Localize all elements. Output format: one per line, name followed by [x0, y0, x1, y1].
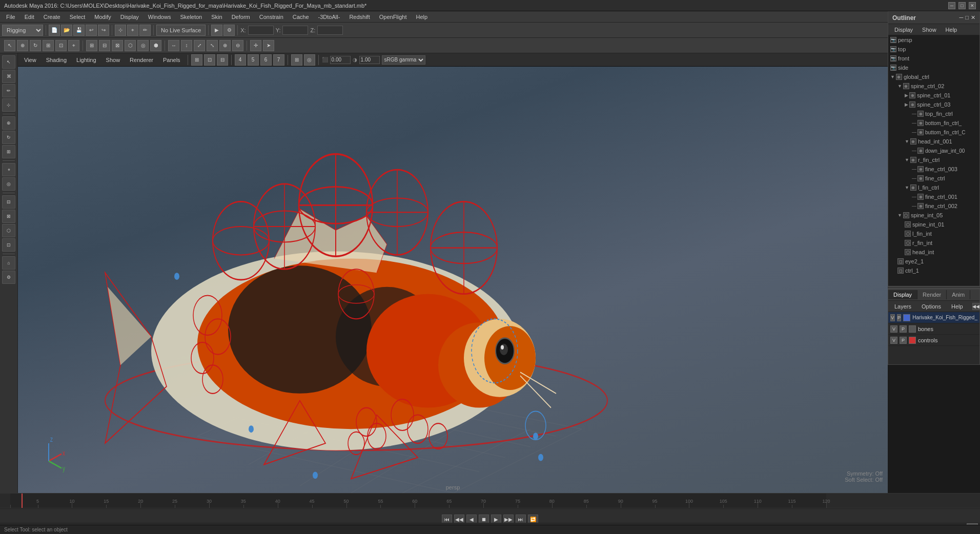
menu-help[interactable]: Help [412, 13, 432, 21]
tool-snap2[interactable]: ⊟ [99, 40, 110, 51]
outliner-item-head-int-001[interactable]: ▼ ⊕ head_int_001 [888, 137, 979, 146]
ipr-btn[interactable]: ⚙ [223, 25, 235, 36]
outliner-item-fine-ctrl[interactable]: — ⊕ fine_ctrl [888, 174, 979, 183]
tool-snap1[interactable]: ⊞ [86, 40, 97, 51]
tool-select[interactable]: ↖ [4, 40, 15, 51]
gamma-dropdown[interactable]: sRGB gamma [382, 55, 425, 65]
tool-box3[interactable]: ⬡ [2, 224, 15, 237]
tool-plus[interactable]: ✛ [250, 40, 261, 51]
tool-arrow[interactable]: ➤ [263, 40, 274, 51]
tool-transform[interactable]: ⊕ [17, 40, 28, 51]
maximize-button[interactable]: □ [958, 2, 966, 9]
outliner-item-front[interactable]: 📷 front [888, 54, 979, 63]
menu-cache[interactable]: Cache [289, 13, 313, 21]
menu-modify[interactable]: Modify [90, 13, 115, 21]
paint-btn[interactable]: ✏ [139, 25, 151, 36]
outliner-help-menu[interactable]: Help [942, 26, 962, 34]
outliner-content[interactable]: 📷 persp 📷 top 📷 front 📷 side ▼ ⊕ global_… [888, 35, 979, 287]
outliner-item-spine-ctrl-01[interactable]: ▶ ⊕ spine_ctrl_01 [888, 91, 979, 100]
close-button[interactable]: ✕ [969, 2, 976, 9]
outliner-item-r-fin-int[interactable]: ⬡ r_fin_int [888, 238, 979, 248]
koi-p-btn[interactable]: P [897, 314, 902, 321]
minimize-button[interactable]: ─ [948, 2, 955, 9]
outliner-restore-btn[interactable]: □ [965, 14, 969, 21]
tool-lasso-left[interactable]: ⌘ [2, 70, 15, 83]
vp-btn5[interactable]: 5 [248, 54, 259, 66]
layer-row-controls[interactable]: V P controls [888, 335, 979, 346]
koi-vis-btn[interactable]: V [890, 314, 895, 321]
outliner-item-fine-ctrl-003[interactable]: — ⊕ fine_ctrl_003 [888, 165, 979, 174]
open-btn[interactable]: 📂 [61, 25, 72, 36]
tool-select-left[interactable]: ↖ [2, 55, 15, 69]
tool-paint-left[interactable]: ✏ [2, 84, 15, 97]
outliner-item-down-jaw[interactable]: — ⊕ down_jaw_int_00 [888, 146, 979, 155]
outliner-item-spine-int-01[interactable]: ⬡ spine_int_01 [888, 220, 979, 229]
tool-xform5[interactable]: ⊕ [219, 40, 231, 51]
anim-tab[interactable]: Anim [947, 290, 970, 299]
tool-xform2[interactable]: ↕ [181, 40, 192, 51]
exposure-input[interactable] [330, 56, 351, 64]
tool-box2[interactable]: ⊠ [2, 210, 15, 223]
tool-misc1[interactable]: ⌂ [2, 256, 15, 270]
tool-soft-left[interactable]: ◎ [2, 177, 15, 191]
scroll-first[interactable]: ◀◀ [972, 303, 979, 310]
undo-btn[interactable]: ↩ [86, 25, 97, 36]
outliner-item-persp[interactable]: 📷 persp [888, 35, 979, 45]
outliner-item-head-int[interactable]: ⬡ head_int [888, 248, 979, 257]
gamma-input[interactable] [359, 56, 380, 64]
vp-btn4[interactable]: 4 [235, 54, 246, 66]
tool-snap3[interactable]: ⊠ [112, 40, 123, 51]
tool-box4[interactable]: ⊡ [2, 238, 15, 252]
outliner-item-side[interactable]: 📷 side [888, 63, 979, 72]
tool-move-left[interactable]: ⊕ [2, 116, 15, 130]
tool-rotate[interactable]: ↻ [30, 40, 41, 51]
vp-smooth-btn[interactable]: ◎ [304, 54, 315, 66]
controls-vis-btn[interactable]: V [890, 337, 897, 344]
x-input[interactable] [248, 26, 274, 35]
vp-view-menu[interactable]: View [20, 56, 40, 64]
controls-p-btn[interactable]: P [900, 337, 907, 344]
tool-move2[interactable]: ⌖ [68, 40, 79, 51]
render-tab[interactable]: Render [917, 290, 947, 299]
vp-btn3[interactable]: ⊟ [217, 54, 228, 66]
menu-create[interactable]: Create [39, 13, 65, 21]
outliner-item-l-fin-int[interactable]: ⬡ l_fin_int [888, 229, 979, 238]
outliner-item-spine-int-05[interactable]: ▼ ⬡ spine_int_05 [888, 211, 979, 220]
tool-xform4[interactable]: ⤡ [207, 40, 218, 51]
outliner-display-menu[interactable]: Display [890, 26, 917, 34]
tool-scale-left[interactable]: ⊞ [2, 145, 15, 158]
vp-wireframe-btn[interactable]: ⊞ [291, 54, 302, 66]
tool-misc2[interactable]: ⚙ [2, 271, 15, 284]
outliner-item-top[interactable]: 📷 top [888, 45, 979, 54]
tool-brush-left[interactable]: ⊹ [2, 98, 15, 112]
outliner-item-fine-ctrl-002[interactable]: — ⊕ fine_ctrl_002 [888, 201, 979, 211]
tool-snap6[interactable]: ⬢ [150, 40, 161, 51]
new-scene-btn[interactable]: 📄 [49, 25, 60, 36]
tool-snap4[interactable]: ⬡ [125, 40, 136, 51]
vp-lighting-menu[interactable]: Lighting [72, 56, 100, 64]
tool-xform6[interactable]: ⊖ [232, 40, 243, 51]
layers-menu[interactable]: Layers [890, 302, 915, 311]
outliner-show-menu[interactable]: Show [918, 26, 941, 34]
y-input[interactable] [282, 26, 308, 35]
vp-btn6[interactable]: 6 [260, 54, 272, 66]
outliner-item-r-fin-ctrl[interactable]: ▼ ⊕ r_fin_ctrl [888, 155, 979, 165]
select-tool-btn[interactable]: ⊹ [115, 25, 126, 36]
outliner-item-top-fin-ctrl[interactable]: — ⊕ top_fin_ctrl [888, 109, 979, 118]
vp-show-menu[interactable]: Show [102, 56, 125, 64]
vp-panels-menu[interactable]: Panels [159, 56, 185, 64]
menu-3dtoall[interactable]: -3DtoAll- [314, 13, 344, 21]
save-btn[interactable]: 💾 [73, 25, 85, 36]
outliner-item-l-fin-ctrl[interactable]: ▼ ⊕ l_fin_ctrl [888, 183, 979, 192]
menu-select[interactable]: Select [66, 13, 90, 21]
menu-file[interactable]: File [2, 13, 19, 21]
outliner-item-bottom-fin-ctrl[interactable]: — ⊕ bottom_fin_ctrl_ [888, 118, 979, 128]
tool-xform1[interactable]: ↔ [168, 40, 179, 51]
outliner-minimize-btn[interactable]: ─ [959, 14, 964, 21]
layer-row-koi[interactable]: V P Harivake_Koi_Fish_Rigged_ [888, 312, 979, 323]
vp-btn2[interactable]: ⊡ [204, 54, 215, 66]
outliner-item-eye2-1[interactable]: ◻ eye2_1 [888, 257, 979, 266]
bones-vis-btn[interactable]: V [890, 325, 897, 333]
layer-row-bones[interactable]: V P bones [888, 323, 979, 335]
render-btn[interactable]: ▶ [211, 25, 222, 36]
